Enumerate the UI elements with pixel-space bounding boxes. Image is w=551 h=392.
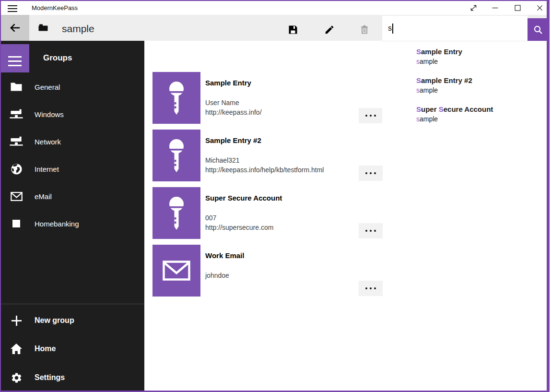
entry-row: Work Email johndoe	[152, 245, 407, 297]
sidebar-item-home[interactable]: Home	[1, 338, 144, 359]
key-icon	[166, 195, 187, 231]
sidebar-item-label: eMail	[35, 192, 52, 201]
entry-more-button[interactable]	[359, 281, 383, 296]
entry-title: Sample Entry	[205, 79, 251, 87]
key-icon	[166, 80, 187, 116]
mail-icon	[163, 261, 190, 281]
window-border-right	[547, 0, 550, 392]
sidebar-item-network[interactable]: Network	[1, 132, 144, 151]
sidebar-item-settings[interactable]: Settings	[1, 367, 144, 388]
sidebar-item-general[interactable]: General	[1, 77, 144, 96]
entry-row: Sample Entry #2 Michael321 http://keepas…	[152, 130, 407, 181]
entry-more-button[interactable]	[359, 223, 383, 238]
sidebar-item-internet[interactable]: Internet	[1, 159, 144, 178]
back-arrow-icon	[9, 23, 21, 33]
entry-more-button[interactable]	[359, 108, 383, 123]
edit-icon	[324, 24, 335, 35]
delete-button[interactable]	[354, 19, 375, 40]
suggestion-subtitle: sample	[416, 114, 536, 124]
window-border-top	[0, 0, 550, 1]
entry-username: Michael321	[205, 155, 324, 165]
entry-username: 007	[205, 213, 273, 223]
search-suggestion[interactable]: Super Secure Account sample	[416, 105, 536, 128]
sidebar-item-label: Home	[35, 344, 56, 353]
sidebar-item-label: Settings	[35, 373, 65, 382]
sidebar-item-label: Network	[35, 138, 61, 146]
network-icon	[10, 135, 23, 148]
entry-row: Super Secure Account 007 http://supersec…	[152, 187, 407, 239]
search-input-value: s	[388, 24, 392, 33]
sidebar-item-email[interactable]: eMail	[1, 187, 144, 206]
sidebar-item-windows[interactable]: Windows	[1, 105, 144, 124]
search-suggestion[interactable]: Sample Entry sample	[416, 47, 536, 70]
maximize-icon	[514, 4, 522, 12]
sidebar-item-label: New group	[35, 316, 74, 325]
entry-username: johndoe	[205, 271, 229, 280]
entry-url: http://keepass.info/	[205, 107, 262, 117]
entry-url: http://supersecure.com	[205, 223, 273, 232]
search-suggestions-flyout: Sample Entry sample Sample Entry #2 samp…	[382, 41, 547, 135]
sidebar-item-label: Homebanking	[35, 220, 79, 228]
database-title: sample	[62, 23, 94, 35]
entry-tile[interactable]	[152, 72, 200, 124]
delete-icon	[359, 24, 370, 35]
sidebar-divider	[1, 304, 144, 304]
globe-icon	[10, 162, 23, 176]
app-window: ModernKeePass	[0, 0, 550, 392]
save-button[interactable]	[282, 19, 304, 40]
entry-title: Sample Entry #2	[205, 136, 261, 144]
mail-icon	[10, 190, 23, 203]
entry-username: User Name	[205, 98, 262, 107]
entry-more-button[interactable]	[359, 166, 383, 181]
entry-row: Sample Entry User Name http://keepass.in…	[152, 72, 407, 124]
titlebar-hamburger-icon[interactable]	[8, 5, 17, 12]
database-icon	[38, 24, 48, 31]
app-title: ModernKeePass	[32, 4, 78, 12]
square-icon	[10, 217, 23, 230]
entry-tile[interactable]	[152, 245, 200, 297]
minimize-icon	[491, 4, 499, 12]
entry-tile[interactable]	[152, 187, 200, 239]
text-caret	[392, 24, 393, 34]
close-icon	[536, 4, 544, 12]
plus-icon	[10, 314, 23, 327]
minimize-button[interactable]	[485, 1, 505, 15]
gear-icon	[10, 371, 23, 384]
sidebar-item-new-group[interactable]: New group	[1, 310, 144, 331]
sidebar-hamburger-button[interactable]	[1, 44, 29, 72]
window-border-left	[0, 0, 1, 392]
entry-tile[interactable]	[152, 130, 200, 181]
maximize-button[interactable]	[507, 1, 528, 15]
suggestion-subtitle: sample	[416, 85, 536, 95]
search-input[interactable]: s	[382, 16, 528, 41]
titlebar: ModernKeePass	[1, 1, 547, 15]
sidebar: Groups General Windows	[1, 41, 144, 391]
fullscreen-button[interactable]	[463, 1, 483, 15]
key-icon	[166, 137, 187, 174]
suggestion-subtitle: sample	[416, 57, 536, 66]
search-suggestion[interactable]: Sample Entry #2 sample	[416, 76, 536, 99]
suggestion-title: Sample Entry #2	[416, 76, 536, 85]
sidebar-item-label: General	[35, 83, 60, 91]
sidebar-item-label: Windows	[35, 110, 64, 119]
search-button[interactable]	[528, 18, 548, 41]
back-button[interactable]	[1, 15, 29, 41]
entry-title: Work Email	[205, 251, 244, 260]
sidebar-item-homebanking[interactable]: Homebanking	[1, 214, 144, 233]
suggestion-title: Sample Entry	[416, 47, 536, 57]
suggestion-title: Super Secure Account	[416, 105, 536, 114]
home-icon	[10, 342, 23, 356]
entry-title: Super Secure Account	[205, 194, 282, 202]
sidebar-item-label: Internet	[35, 165, 59, 173]
entry-url: http://keepass.info/help/kb/testform.htm…	[205, 165, 324, 175]
fullscreen-icon	[469, 4, 478, 12]
network-icon	[10, 107, 23, 121]
search-icon	[533, 24, 543, 35]
edit-button[interactable]	[319, 19, 340, 40]
save-icon	[288, 24, 298, 35]
sidebar-heading: Groups	[43, 53, 72, 63]
folder-icon	[10, 80, 23, 94]
